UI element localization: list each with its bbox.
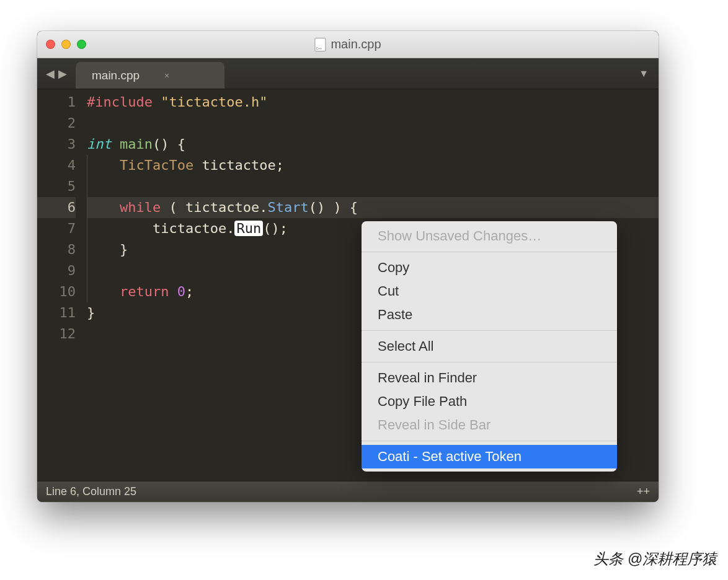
- file-icon: [314, 38, 326, 51]
- line-number: 4: [37, 155, 76, 176]
- code-line: [87, 113, 659, 134]
- line-number: 3: [37, 134, 76, 155]
- code-line: #include "tictactoe.h": [87, 92, 659, 113]
- chevron-down-icon: ▼: [639, 68, 649, 79]
- context-item-copy-path[interactable]: Copy File Path: [362, 390, 617, 413]
- tab-close-button[interactable]: ×: [164, 71, 169, 81]
- line-number: 8: [37, 239, 76, 260]
- line-number: 11: [37, 302, 76, 323]
- minimize-window-button[interactable]: [61, 40, 71, 49]
- context-item-copy[interactable]: Copy: [362, 256, 617, 279]
- cursor-position: Line 6, Column 25: [46, 485, 136, 498]
- window-title-group: main.cpp: [314, 37, 381, 51]
- context-item-select-all[interactable]: Select All: [362, 335, 617, 358]
- code-line: TicTacToe tictactoe;: [87, 155, 659, 176]
- line-number: 5: [37, 176, 76, 197]
- watermark: 头条 @深耕程序猿: [593, 549, 717, 569]
- tab-menu-button[interactable]: ▼: [629, 58, 659, 89]
- line-number: 9: [37, 260, 76, 281]
- tab-bar: ◀ ▶ main.cpp × ▼: [37, 58, 659, 89]
- line-number: 10: [37, 281, 76, 302]
- code-line-active: while ( tictactoe.Start() ) {: [87, 197, 659, 218]
- context-separator: [362, 252, 617, 252]
- line-number: 7: [37, 218, 76, 239]
- context-separator: [362, 362, 617, 362]
- line-number: 12: [37, 323, 76, 345]
- line-number: 2: [37, 113, 76, 134]
- tab-label: main.cpp: [92, 69, 140, 82]
- context-menu: Show Unsaved Changes… Copy Cut Paste Sel…: [362, 221, 617, 472]
- window-title: main.cpp: [331, 37, 381, 51]
- context-item-coati[interactable]: Coati - Set active Token: [362, 445, 617, 468]
- context-item-reveal-finder[interactable]: Reveal in Finder: [362, 366, 617, 390]
- line-number: 6: [37, 197, 76, 218]
- context-item-cut[interactable]: Cut: [362, 279, 617, 303]
- code-line: int main() {: [87, 134, 659, 155]
- close-window-button[interactable]: [46, 40, 55, 49]
- nav-forward-button[interactable]: ▶: [58, 67, 67, 81]
- code-line: [87, 176, 659, 197]
- titlebar: main.cpp: [37, 31, 659, 58]
- line-gutter: 1 2 3 4 5 6 7 8 9 10 11 12: [37, 89, 87, 473]
- nav-arrows: ◀ ▶: [37, 58, 76, 89]
- context-separator: [362, 441, 617, 441]
- status-bar: Line 6, Column 25 ++: [37, 481, 659, 502]
- traffic-lights: [37, 40, 86, 49]
- context-separator: [362, 330, 617, 331]
- context-item-reveal-sidebar[interactable]: Reveal in Side Bar: [362, 413, 617, 437]
- zoom-window-button[interactable]: [77, 40, 86, 49]
- nav-back-button[interactable]: ◀: [46, 67, 55, 81]
- tab-main-cpp[interactable]: main.cpp ×: [76, 62, 224, 89]
- status-right: ++: [637, 485, 650, 498]
- line-number: 1: [37, 92, 76, 113]
- context-item-paste[interactable]: Paste: [362, 303, 617, 327]
- context-item-show-unsaved[interactable]: Show Unsaved Changes…: [362, 224, 617, 248]
